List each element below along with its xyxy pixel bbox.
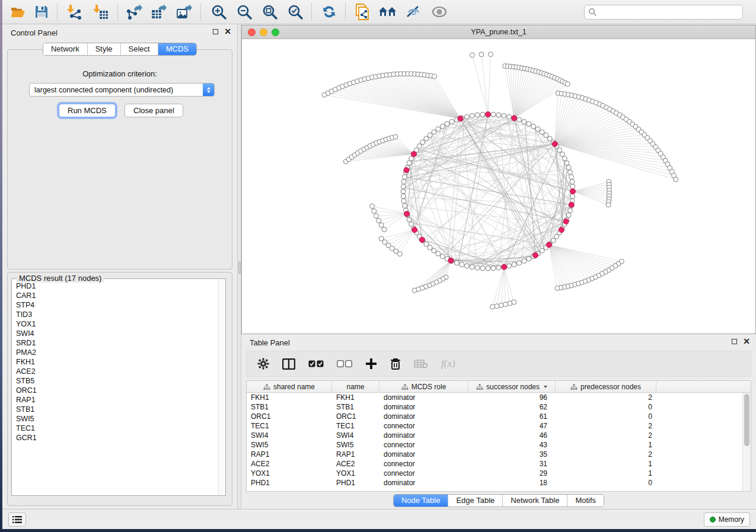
- mcds-result-item[interactable]: SWI4: [12, 329, 218, 338]
- column-header-predecessor-nodes[interactable]: predecessor nodes: [556, 381, 656, 393]
- clone-network-icon[interactable]: [352, 3, 372, 21]
- tab-style[interactable]: Style: [88, 43, 121, 55]
- hide-selected-icon[interactable]: [403, 3, 423, 21]
- column-header-shared-name[interactable]: shared name: [247, 381, 332, 393]
- table-cell: 61: [468, 412, 556, 421]
- optimization-select[interactable]: largest connected component (undirected): [29, 83, 215, 97]
- network-window-titlebar[interactable]: YPA_prune.txt_1: [242, 25, 755, 39]
- column-header-MCDS-role[interactable]: MCDS role: [379, 381, 468, 393]
- import-network-icon[interactable]: [65, 3, 85, 21]
- table-row[interactable]: TEC1TEC1connector472: [247, 421, 751, 431]
- table-row[interactable]: SWI5SWI5connector431: [247, 440, 751, 450]
- table-cell: dominator: [379, 478, 468, 488]
- mcds-result-item[interactable]: CAR1: [12, 291, 218, 300]
- close-panel-icon[interactable]: ✕: [224, 28, 231, 34]
- table-tab-edge-table[interactable]: Edge Table: [448, 495, 503, 507]
- control-panel-title: Control Panel: [11, 28, 58, 37]
- column-header-name[interactable]: name: [332, 381, 379, 393]
- hierarchy-icon: [401, 384, 409, 390]
- open-folder-icon[interactable]: [8, 3, 28, 21]
- search-input[interactable]: [597, 8, 739, 17]
- select-all-icon[interactable]: [308, 355, 324, 373]
- network-canvas[interactable]: [242, 39, 755, 334]
- table-row[interactable]: ACE2ACE2connector311: [247, 459, 751, 469]
- table-cell: dominator: [379, 450, 468, 459]
- table-cell: 2: [556, 393, 656, 402]
- table-scrollbar[interactable]: [742, 393, 751, 491]
- zoom-fit-icon[interactable]: [260, 3, 280, 21]
- import-table-icon[interactable]: [91, 3, 111, 21]
- split-columns-icon[interactable]: [282, 355, 295, 373]
- mcds-result-item[interactable]: FKH1: [12, 357, 218, 367]
- export-table-icon[interactable]: [149, 3, 169, 21]
- table-cell: 1: [556, 440, 656, 450]
- table-toolbar: f(x): [246, 351, 751, 377]
- zoom-selected-icon[interactable]: [285, 3, 305, 21]
- search-box[interactable]: [584, 5, 743, 20]
- tab-network[interactable]: Network: [43, 43, 88, 55]
- task-history-button[interactable]: [8, 512, 26, 527]
- add-column-icon[interactable]: [365, 355, 377, 373]
- splitter-grip[interactable]: [238, 261, 241, 274]
- mcds-result-item[interactable]: PMA2: [12, 348, 218, 357]
- mcds-result-item[interactable]: ACE2: [12, 367, 218, 376]
- table-row[interactable]: RAP1RAP1dominator352: [247, 450, 751, 459]
- vertical-splitter[interactable]: [237, 24, 241, 509]
- show-all-icon[interactable]: [429, 3, 449, 21]
- table-cell: 35: [468, 450, 556, 459]
- mcds-result-item[interactable]: STB5: [12, 376, 218, 386]
- float-panel-icon[interactable]: [213, 29, 218, 34]
- column-header-successor-nodes[interactable]: successor nodes: [468, 381, 556, 393]
- first-neighbors-icon[interactable]: [378, 3, 398, 21]
- gear-icon[interactable]: [257, 355, 269, 373]
- table-row[interactable]: YOX1YOX1connector291: [247, 469, 751, 478]
- mcds-result-item[interactable]: GCR1: [12, 433, 218, 443]
- mcds-result-item[interactable]: PHD1: [12, 281, 218, 291]
- tab-mcds[interactable]: MCDS: [158, 43, 196, 55]
- table-tab-network-table[interactable]: Network Table: [503, 495, 567, 507]
- delete-icon[interactable]: [390, 355, 401, 373]
- mcds-result-list: PHD1CAR1STP4TID3YOX1SWI4SRD1PMA2FKH1ACE2…: [12, 281, 218, 495]
- float-table-panel-icon[interactable]: [732, 339, 737, 344]
- main-toolbar: [2, 0, 756, 24]
- table-tab-motifs[interactable]: Motifs: [567, 495, 604, 507]
- refresh-layout-icon[interactable]: [319, 3, 339, 21]
- export-network-icon[interactable]: [124, 3, 144, 21]
- column-label: shared name: [273, 383, 315, 391]
- mcds-result-item[interactable]: STB1: [12, 405, 218, 414]
- table-tab-node-table[interactable]: Node Table: [394, 495, 449, 507]
- mcds-result-item[interactable]: YOX1: [12, 319, 218, 329]
- close-table-panel-icon[interactable]: ✕: [743, 338, 750, 344]
- list-icon: [12, 516, 22, 523]
- mcds-result-item[interactable]: SRD1: [12, 338, 218, 348]
- deselect-all-icon[interactable]: [337, 355, 352, 373]
- zoom-out-icon[interactable]: [234, 3, 254, 21]
- table-cell: ACE2: [247, 459, 332, 469]
- save-icon[interactable]: [31, 3, 52, 21]
- mcds-list-scrollbar[interactable]: [218, 280, 225, 495]
- table-row[interactable]: STB1STB1dominator620: [247, 402, 751, 412]
- mcds-result-item[interactable]: ORC1: [12, 386, 218, 395]
- mcds-result-item[interactable]: SWI5: [12, 414, 218, 424]
- column-label: successor nodes: [486, 383, 540, 391]
- mcds-result-item[interactable]: STP4: [12, 300, 218, 310]
- tab-select[interactable]: Select: [121, 43, 158, 55]
- mcds-result-item[interactable]: TEC1: [12, 424, 218, 433]
- table-row[interactable]: ORC1ORC1dominator610: [247, 412, 751, 421]
- select-stepper-icon: [203, 84, 214, 96]
- table-cell: SWI5: [332, 440, 379, 450]
- mcds-result-item[interactable]: TID3: [12, 310, 218, 319]
- table-body: FKH1FKH1dominator962STB1STB1dominator620…: [247, 393, 751, 488]
- close-panel-button[interactable]: Close panel: [125, 104, 183, 117]
- mcds-result-item[interactable]: RAP1: [12, 395, 218, 405]
- control-panel-tabs: NetworkStyleSelectMCDS: [43, 43, 197, 56]
- run-mcds-button[interactable]: Run MCDS: [59, 104, 116, 117]
- table-cell: dominator: [379, 431, 468, 440]
- table-row[interactable]: SWI4SWI4dominator462: [247, 431, 751, 440]
- export-image-icon[interactable]: [174, 3, 194, 21]
- table-row[interactable]: FKH1FKH1dominator962: [247, 393, 751, 402]
- zoom-in-icon[interactable]: [209, 3, 229, 21]
- table-scrollbar-thumb[interactable]: [744, 394, 749, 446]
- memory-button[interactable]: Memory: [704, 512, 750, 527]
- table-row[interactable]: PHD1PHD1dominator180: [247, 478, 751, 488]
